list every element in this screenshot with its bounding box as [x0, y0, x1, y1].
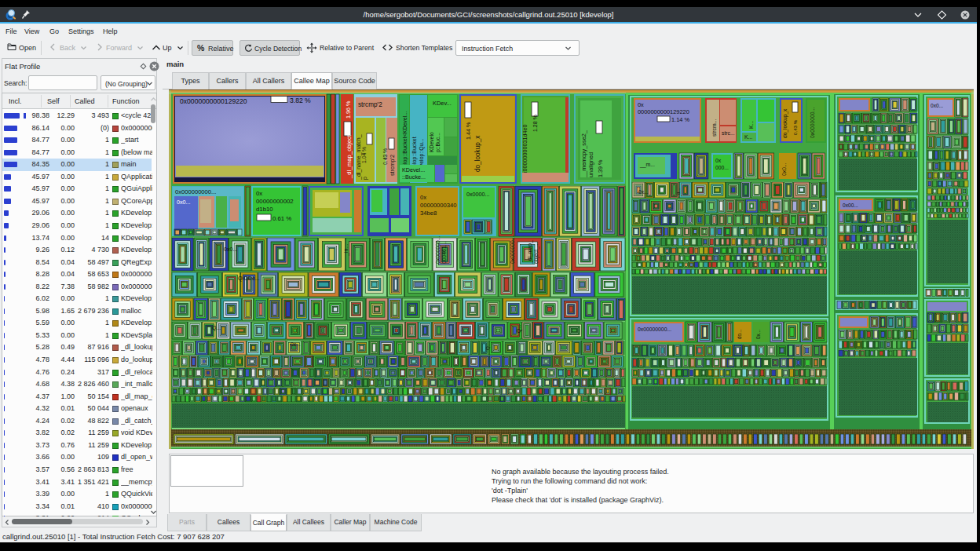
svg-text:0x000000...: 0x000000...: [435, 235, 441, 264]
svg-text:p: p: [362, 177, 368, 180]
svg-text:strcmp'2: strcmp'2: [358, 101, 382, 108]
svg-text:strcm...: strcm...: [711, 119, 717, 137]
svg-text:0.43 %: 0.43 %: [382, 148, 388, 165]
svg-text:__memcpy_sse2_: __memcpy_sse2_: [580, 130, 587, 178]
svg-text:0x: 0x: [715, 158, 722, 163]
svg-text:0x0000000...: 0x0000000...: [810, 108, 815, 138]
svg-text:0x0000000000129220: 0x0000000000129220: [180, 97, 247, 105]
svg-text:3.82 %: 3.82 %: [290, 97, 311, 104]
svg-text:00000000002: 00000000002: [256, 198, 294, 205]
svg-text:0x: 0x: [638, 101, 644, 108]
svg-text:d...: d...: [675, 188, 681, 195]
svg-text:0x0...: 0x0...: [224, 246, 238, 253]
svg-text:0x0...: 0x0...: [781, 162, 787, 176]
svg-text:d1b10: d1b10: [256, 206, 273, 213]
svg-text:do_lookup_x: do_lookup_x: [782, 108, 788, 138]
svg-text:Q...: Q...: [485, 342, 490, 350]
svg-text:0x0...: 0x0...: [931, 103, 943, 108]
svg-text:_in...: _in...: [343, 244, 349, 257]
svg-text:KDev...: KDev...: [433, 100, 452, 107]
svg-text:000...: 000...: [715, 165, 729, 170]
svg-text:0x...: 0x...: [755, 330, 761, 339]
svg-text:0x00000000...: 0x00000000...: [638, 327, 671, 332]
svg-text:0x...: 0x...: [638, 189, 649, 195]
svg-text:00000000340: 00000000340: [420, 202, 456, 209]
svg-text:0x000000000...: 0x000000000...: [175, 188, 216, 195]
svg-text:0x000000...: 0x000000...: [510, 235, 515, 264]
svg-text:KDevelo: KDevelo: [429, 132, 434, 152]
svg-text:0.43 %: 0.43 %: [792, 119, 798, 135]
svg-text:KDevel...: KDevel...: [402, 166, 425, 173]
svg-text:strcmp'2: strcmp'2: [389, 155, 396, 176]
svg-text:34be8: 34be8: [420, 210, 437, 217]
svg-text:1.04 %: 1.04 %: [361, 147, 367, 163]
svg-text:_dl_map_object: _dl_map_object: [346, 134, 353, 179]
svg-text:1.44 %: 1.44 %: [465, 122, 472, 140]
svg-text:0x: 0x: [420, 194, 426, 201]
svg-text:Q...: Q...: [516, 324, 522, 333]
svg-text:0x...: 0x...: [291, 341, 301, 347]
svg-text:1.14 %: 1.14 %: [671, 116, 689, 123]
svg-text:p::Buc...: p::Buc...: [435, 133, 441, 152]
svg-text:strc...: strc...: [722, 130, 735, 136]
svg-text:1.28 %: 1.28 %: [532, 115, 538, 132]
svg-text:QIODe...: QIODe...: [238, 276, 260, 282]
svg-text:K...: K...: [744, 134, 752, 140]
svg-text:000461...: 000461...: [441, 242, 447, 264]
svg-text:object_...: object_...: [533, 242, 539, 264]
svg-text:K...: K...: [748, 121, 754, 129]
svg-text:__m...: __m...: [639, 162, 655, 168]
svg-text:do_lookup_x: do_lookup_x: [474, 136, 481, 172]
svg-text:1.96 %: 1.96 %: [345, 100, 352, 119]
svg-text:_dl_map_: _dl_map_: [527, 240, 533, 265]
svg-text:::Bucke...: ::Bucke...: [402, 173, 426, 181]
svg-text:0x: 0x: [256, 190, 262, 197]
svg-text:unaligned: unaligned: [587, 152, 594, 177]
svg-text:do...: do...: [737, 329, 742, 339]
svg-text:Q...: Q...: [212, 325, 221, 331]
svg-text:0x00...: 0x00...: [843, 203, 858, 208]
svg-text:0.61 %: 0.61 %: [272, 215, 291, 222]
svg-text:0x0...: 0x0...: [177, 199, 191, 206]
svg-text:0x0000...: 0x0000...: [466, 191, 490, 198]
svg-text:1.39 %: 1.39 %: [597, 159, 604, 177]
svg-text:0000000000129220: 0000000000129220: [638, 108, 689, 115]
svg-text:0x00000000031d4e0: 0x00000000031d4e0: [521, 124, 528, 177]
